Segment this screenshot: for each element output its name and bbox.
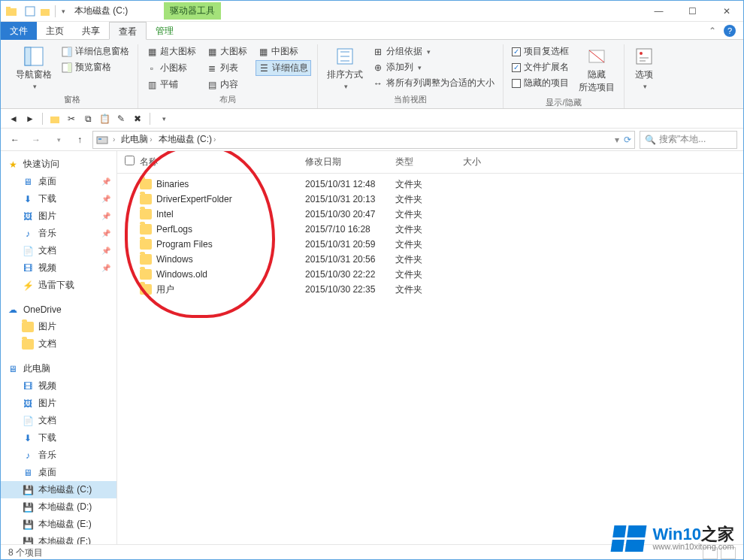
navigation-pane[interactable]: ★ 快速访问 🖥桌面 ⬇下载 🖼图片 ♪音乐 📄文档 🎞视频 ⚡迅雷下载 ☁On…	[1, 151, 117, 544]
tab-view[interactable]: 查看	[109, 22, 147, 40]
cut-small-icon[interactable]: ✂	[65, 112, 78, 126]
address-dropdown-icon[interactable]: ▾	[615, 135, 619, 145]
sidebar-drive-e[interactable]: 💾本地磁盘 (E:)	[1, 516, 116, 533]
details-pane-button[interactable]: 详细信息窗格	[59, 44, 132, 59]
maximize-button[interactable]: ☐	[676, 1, 709, 22]
sidebar-item-videos[interactable]: 🎞视频	[1, 259, 116, 277]
column-date[interactable]: 修改日期	[305, 156, 395, 168]
desktop-icon: 🖥	[22, 176, 34, 188]
table-row[interactable]: DriverExpertFolder2015/10/31 20:13文件夹	[117, 192, 743, 207]
qat-properties-icon[interactable]	[25, 6, 35, 17]
sidebar-this-pc[interactable]: 🖥此电脑	[1, 360, 116, 377]
toolbar-dropdown[interactable]: ▾	[157, 112, 171, 126]
layout-details[interactable]: ☰详细信息	[256, 60, 311, 76]
sidebar-item-downloads[interactable]: ⬇下载	[1, 190, 116, 207]
sidebar-thispc-videos[interactable]: 🎞视频	[1, 377, 116, 395]
table-row[interactable]: Binaries2015/10/31 12:48文件夹	[117, 177, 743, 192]
sidebar-thispc-music[interactable]: ♪音乐	[1, 446, 116, 464]
sidebar-onedrive-documents[interactable]: 文档	[1, 335, 116, 353]
table-row[interactable]: PerfLogs2015/7/10 16:28文件夹	[117, 222, 743, 237]
sidebar-thispc-documents[interactable]: 📄文档	[1, 412, 116, 429]
layout-content[interactable]: ▤内容	[204, 77, 250, 92]
refresh-icon[interactable]: ⟳	[624, 135, 631, 145]
sidebar-item-thunder[interactable]: ⚡迅雷下载	[1, 277, 116, 294]
sort-by-button[interactable]: 排序方式▾	[324, 44, 366, 92]
breadcrumb-drive[interactable]: 本地磁盘 (C:) ›	[157, 133, 218, 146]
tab-file[interactable]: 文件	[1, 22, 37, 40]
file-name: DriverExpertFolder	[156, 194, 232, 204]
qat-customize-dropdown[interactable]: ▾	[62, 8, 65, 15]
sidebar-thispc-pictures[interactable]: 🖼图片	[1, 395, 116, 412]
address-bar[interactable]: › 此电脑 › 本地磁盘 (C:) › ▾ ⟳	[92, 131, 635, 149]
file-name: 用户	[156, 283, 174, 296]
layout-medium[interactable]: ▦中图标	[256, 44, 311, 59]
tab-manage[interactable]: 管理	[147, 22, 183, 40]
document-icon: 📄	[22, 245, 34, 257]
nav-back-button[interactable]: ←	[7, 132, 23, 148]
table-row[interactable]: Windows.old2015/10/30 22:22文件夹	[117, 267, 743, 282]
nav-forward-button[interactable]: →	[28, 132, 44, 148]
sidebar-item-documents[interactable]: 📄文档	[1, 242, 116, 259]
table-row[interactable]: 用户2015/10/30 22:35文件夹	[117, 282, 743, 297]
tab-share[interactable]: 共享	[73, 22, 109, 40]
minimize-ribbon-icon[interactable]: ⌃	[709, 26, 716, 36]
file-type: 文件夹	[395, 253, 463, 266]
navigation-pane-button[interactable]: 导航窗格 ▾	[13, 44, 55, 92]
folder-icon	[140, 209, 152, 219]
back-small-icon[interactable]: ◄	[7, 112, 20, 126]
sidebar-onedrive-pictures[interactable]: 图片	[1, 318, 116, 335]
column-size[interactable]: 大小	[463, 156, 523, 168]
sort-by-icon	[334, 46, 355, 67]
sidebar-thispc-downloads[interactable]: ⬇下载	[1, 429, 116, 446]
breadcrumb-this-pc[interactable]: 此电脑 ›	[119, 133, 153, 146]
sidebar-onedrive[interactable]: ☁OneDrive	[1, 301, 116, 318]
sidebar-quick-access[interactable]: ★ 快速访问	[1, 156, 116, 173]
list-icon: ≣	[207, 63, 217, 74]
layout-large[interactable]: ▦大图标	[204, 44, 250, 59]
column-type[interactable]: 类型	[395, 156, 463, 168]
file-type: 文件夹	[395, 193, 463, 206]
item-checkboxes-toggle[interactable]: ✓项目复选框	[510, 44, 571, 59]
sidebar-drive-f[interactable]: 💾本地磁盘 (F:)	[1, 533, 116, 544]
sidebar-item-desktop[interactable]: 🖥桌面	[1, 173, 116, 190]
help-icon[interactable]: ?	[724, 25, 736, 37]
table-row[interactable]: Program Files2015/10/31 20:59文件夹	[117, 237, 743, 252]
copy-small-icon[interactable]: ⧉	[81, 112, 95, 126]
file-extensions-toggle[interactable]: ✓文件扩展名	[510, 60, 571, 74]
paste-small-icon[interactable]: 📋	[98, 112, 111, 126]
minimize-button[interactable]: —	[642, 1, 676, 22]
layout-small[interactable]: ▫小图标	[144, 60, 198, 76]
options-button[interactable]: 选项▾	[631, 44, 658, 92]
sidebar-thispc-desktop[interactable]: 🖥桌面	[1, 464, 116, 481]
table-row[interactable]: Intel2015/10/30 20:47文件夹	[117, 207, 743, 222]
table-row[interactable]: Windows2015/10/31 20:56文件夹	[117, 252, 743, 267]
sidebar-drive-d[interactable]: 💾本地磁盘 (D:)	[1, 498, 116, 516]
add-columns-button[interactable]: ⊕添加列▾	[370, 60, 497, 74]
file-date: 2015/10/30 22:35	[305, 284, 395, 295]
forward-small-icon[interactable]: ►	[23, 112, 37, 126]
nav-up-button[interactable]: ↑	[71, 132, 88, 148]
sidebar-item-music[interactable]: ♪音乐	[1, 225, 116, 242]
ribbon-group-current-view-label: 当前视图	[394, 92, 427, 108]
sidebar-drive-c[interactable]: 💾本地磁盘 (C:)	[1, 481, 116, 498]
select-all-checkbox[interactable]	[125, 156, 135, 165]
hidden-items-toggle[interactable]: 隐藏的项目	[510, 76, 571, 90]
close-button[interactable]: ✕	[709, 1, 743, 22]
layout-list[interactable]: ≣列表	[204, 60, 250, 76]
tab-home[interactable]: 主页	[37, 22, 73, 40]
size-all-columns-button[interactable]: ↔将所有列调整为合适的大小	[370, 76, 497, 90]
layout-tiles[interactable]: ▥平铺	[144, 77, 198, 92]
nav-history-dropdown[interactable]: ▾	[50, 132, 67, 148]
qat-new-folder-icon[interactable]	[40, 6, 50, 17]
preview-pane-button[interactable]: 预览窗格	[59, 60, 132, 74]
delete-small-icon[interactable]: ✖	[131, 112, 144, 126]
new-folder-small-icon[interactable]	[48, 112, 62, 126]
sidebar-item-pictures[interactable]: 🖼图片	[1, 207, 116, 225]
hide-selected-button[interactable]: 隐藏 所选项目	[576, 44, 618, 95]
small-icon: ▫	[147, 63, 157, 74]
group-by-button[interactable]: ⊞分组依据▾	[370, 44, 497, 59]
rename-small-icon[interactable]: ✎	[114, 112, 128, 126]
layout-extra-large[interactable]: ▦超大图标	[144, 44, 198, 59]
search-box[interactable]: 🔍 搜索"本地...	[640, 131, 737, 149]
column-name[interactable]: 名称	[140, 156, 305, 168]
